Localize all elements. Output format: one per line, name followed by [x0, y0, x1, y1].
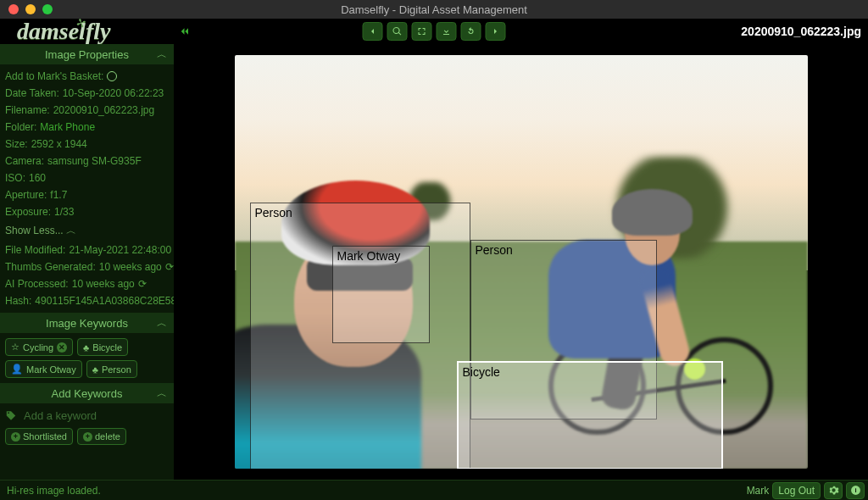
current-user: Mark — [747, 485, 770, 497]
keyword-chip-bicycle[interactable]: ♣ Bicycle — [77, 338, 128, 356]
sidebar: Image Properties ︿ Add to Mark's Basket:… — [0, 44, 174, 480]
detection-box-mark-otway[interactable]: Mark Otway — [332, 246, 430, 343]
show-less-toggle[interactable]: Show Less... ︿ — [0, 220, 174, 242]
maximize-window-button[interactable] — [42, 4, 53, 14]
basket-label: Add to Mark's Basket: — [5, 70, 103, 82]
keyword-chip-cycling[interactable]: ☆ Cycling ✕ — [5, 338, 73, 356]
minimize-window-button[interactable] — [25, 4, 36, 14]
window-controls — [0, 4, 53, 14]
keyword-chip-mark-otway[interactable]: 👤 Mark Otway — [5, 360, 82, 378]
chevron-up-icon[interactable]: ︿ — [157, 386, 167, 401]
basket-toggle[interactable] — [107, 71, 117, 81]
size-row: Size: 2592 x 1944 — [0, 136, 174, 153]
star-icon: ☆ — [11, 342, 19, 353]
filename-row: Filename: 20200910_062223.jpg — [0, 102, 174, 119]
bulb-icon: ♣ — [83, 342, 89, 353]
section-title: Add Keywords — [52, 387, 123, 400]
close-window-button[interactable] — [8, 4, 19, 14]
folder-link[interactable]: Mark Phone — [40, 121, 95, 133]
section-header-keywords[interactable]: Image Keywords ︿ — [0, 313, 174, 333]
detection-label: Person — [476, 243, 513, 257]
shortlisted-button[interactable]: + Shortlisted — [5, 428, 73, 445]
info-button[interactable]: i — [846, 482, 865, 499]
tag-icon — [5, 410, 17, 422]
detection-label: Mark Otway — [337, 249, 401, 263]
refresh-icon[interactable]: ⟳ — [165, 261, 174, 273]
camera-row: Camera: samsung SM-G935F — [0, 153, 174, 169]
remove-keyword-button[interactable]: ✕ — [57, 342, 67, 353]
top-toolbar: damselfly ✢ 20200910_062223.jpg — [0, 19, 868, 44]
app-logo[interactable]: damselfly ✢ — [0, 19, 174, 44]
detection-label: Bicycle — [463, 365, 500, 379]
person-icon: 👤 — [11, 364, 23, 375]
footer: Hi-res image loaded. Mark Log Out i — [0, 480, 868, 500]
plus-icon: + — [11, 432, 20, 442]
thumbs-row: Thumbs Generated: 10 weeks ago ⟳ — [0, 258, 174, 275]
object-detect-button[interactable] — [412, 22, 432, 41]
settings-button[interactable] — [824, 482, 843, 499]
photo-canvas: Person Mark Otway Person Bicycle — [235, 55, 808, 469]
main-area: Image Properties ︿ Add to Mark's Basket:… — [0, 44, 868, 480]
add-keyword-row — [0, 403, 174, 428]
logout-button[interactable]: Log Out — [772, 482, 821, 499]
exposure-row: Exposure: 1/33 — [0, 203, 174, 220]
titlebar: Damselfly - Digital Asset Management — [0, 0, 868, 19]
hash-row: Hash: 490115F145A1A03868C28E58E3B7 — [0, 292, 174, 309]
ai-row: AI Processed: 10 weeks ago ⟳ — [0, 275, 174, 292]
delete-button[interactable]: + delete — [77, 428, 126, 445]
current-filename: 20200910_062223.jpg — [741, 25, 861, 38]
chevron-up-icon: ︿ — [66, 225, 76, 236]
chevron-up-icon[interactable]: ︿ — [157, 47, 167, 62]
section-title: Image Properties — [45, 48, 129, 61]
status-text: Hi-res image loaded. — [7, 485, 101, 497]
keyword-chip-person[interactable]: ♣ Person — [86, 360, 137, 378]
next-image-button[interactable] — [486, 22, 506, 41]
folder-row: Folder: Mark Phone — [0, 119, 174, 136]
section-title: Image Keywords — [46, 317, 128, 330]
refresh-icon[interactable]: ⟳ — [138, 278, 147, 290]
date-taken-row: Date Taken: 10-Sep-2020 06:22:23 — [0, 85, 174, 102]
file-modified-row: File Modified: 21-May-2021 22:48:00 — [0, 242, 174, 258]
properties-list: Add to Mark's Basket: Date Taken: 10-Sep… — [0, 64, 174, 313]
image-viewer[interactable]: Person Mark Otway Person Bicycle — [174, 44, 868, 480]
svg-text:i: i — [854, 486, 856, 494]
keyword-actions: + Shortlisted + delete — [0, 428, 174, 450]
detection-label: Person — [255, 206, 292, 219]
chevron-up-icon[interactable]: ︿ — [157, 316, 167, 331]
refresh-button[interactable] — [461, 22, 481, 41]
footer-right: Mark Log Out i — [747, 482, 865, 499]
collapse-sidebar-button[interactable] — [178, 24, 193, 39]
basket-row: Add to Mark's Basket: — [0, 68, 174, 85]
download-button[interactable] — [437, 22, 457, 41]
image-toolbar — [363, 22, 506, 41]
section-header-add-keywords[interactable]: Add Keywords ︿ — [0, 383, 174, 403]
keyword-chip-row: ☆ Cycling ✕ ♣ Bicycle 👤 Mark Otway ♣ Per… — [0, 333, 174, 383]
add-keyword-input[interactable] — [22, 408, 169, 423]
window-title: Damselfly - Digital Asset Management — [0, 3, 868, 16]
section-header-properties[interactable]: Image Properties ︿ — [0, 44, 174, 64]
aperture-row: Aperture: f1.7 — [0, 186, 174, 203]
logo-text: damselfly — [17, 18, 110, 45]
bulb-icon: ♣ — [92, 364, 98, 375]
plus-icon: + — [83, 432, 92, 442]
iso-row: ISO: 160 — [0, 169, 174, 186]
detection-box-bicycle[interactable]: Bicycle — [457, 361, 723, 469]
prev-image-button[interactable] — [363, 22, 383, 41]
zoom-button[interactable] — [387, 22, 408, 41]
